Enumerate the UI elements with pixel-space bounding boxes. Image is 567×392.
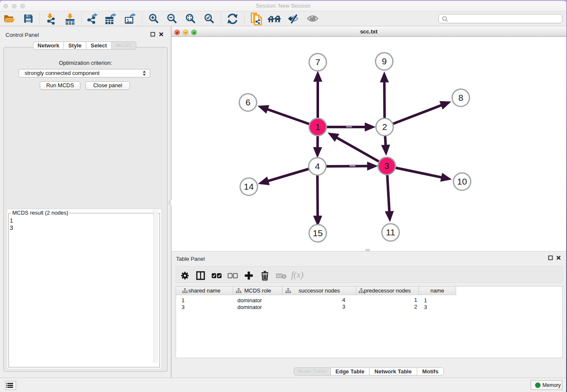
svg-text:2: 2 bbox=[382, 122, 387, 132]
svg-text:6: 6 bbox=[245, 97, 250, 107]
svg-text:4: 4 bbox=[315, 161, 320, 171]
svg-text:10: 10 bbox=[457, 177, 467, 186]
svg-text:14: 14 bbox=[244, 182, 254, 191]
svg-text:7: 7 bbox=[315, 57, 320, 67]
svg-text:15: 15 bbox=[313, 228, 322, 238]
svg-text:8: 8 bbox=[458, 93, 463, 102]
svg-text:3: 3 bbox=[384, 161, 389, 171]
svg-text:1: 1 bbox=[315, 122, 320, 132]
svg-text:9: 9 bbox=[382, 56, 387, 66]
svg-text:11: 11 bbox=[386, 227, 395, 237]
